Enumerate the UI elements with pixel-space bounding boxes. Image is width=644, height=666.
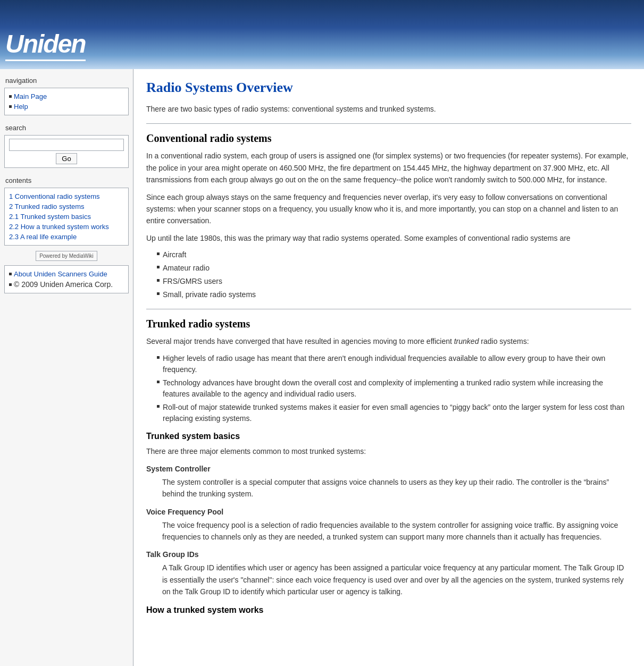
bullet-icon [157,356,160,359]
contents-item-23[interactable]: 2.3 A real life example [9,232,124,242]
trunked-heading: Trunked radio systems [146,318,631,330]
conventional-para1: In a conventional radio system, each gro… [146,150,631,186]
contents-link-22[interactable]: 2.2 How a trunked system works [9,223,109,231]
nav-link-main[interactable]: Main Page [14,92,47,100]
footer-list: About Uniden Scanners Guide © 2009 Unide… [9,269,124,290]
copyright-text: © 2009 Uniden America Corp. [14,280,113,289]
list-item: Technology advances have brought down th… [157,377,631,400]
term-voice-pool: Voice Frequency Pool [146,508,631,516]
bullet-icon [9,273,12,275]
go-button[interactable]: Go [56,153,77,164]
trunked-em: trunked [454,337,479,345]
bullet-icon [157,381,160,383]
nav-link-help[interactable]: Help [14,103,28,111]
footer-item-copyright: © 2009 Uniden America Corp. [9,279,124,290]
footer-item-about[interactable]: About Uniden Scanners Guide [9,269,124,279]
nav-item-main[interactable]: Main Page [9,91,124,102]
contents-box: 1 Conventional radio systems 2 Trunked r… [4,188,129,246]
trunked-intro: Several major trends have converged that… [146,335,631,347]
contents-link-23[interactable]: 2.3 A real life example [9,233,77,241]
logo-underline [5,60,86,61]
list-item: Roll-out of major statewide trunked syst… [157,402,631,424]
list-item: Amateur radio [157,263,631,274]
bullet-icon [9,95,12,98]
search-input[interactable] [9,139,124,151]
list-item: Higher levels of radio usage has meant t… [157,353,631,375]
footer-link-about[interactable]: About Uniden Scanners Guide [14,270,107,278]
term-system-controller: System Controller [146,465,631,473]
list-item-text: Technology advances have brought down th… [163,377,631,400]
bullet-icon [157,279,160,282]
trunked-list: Higher levels of radio usage has meant t… [157,353,631,424]
powered-by: Powered by MediaWiki [0,251,133,261]
main-layout: navigation Main Page Help search Go cont… [0,69,644,666]
logo: Uniden [5,29,86,61]
contents-item-2[interactable]: 2 Trunked radio systems [9,201,124,212]
powered-by-badge: Powered by MediaWiki [36,251,97,261]
contents-section-title: contents [0,173,133,187]
nav-box: Main Page Help [4,88,129,115]
contents-link-1[interactable]: 1 Conventional radio systems [9,192,100,200]
contents-item-22[interactable]: 2.2 How a trunked system works [9,222,124,232]
list-item-text: Amateur radio [163,263,210,274]
list-item: FRS/GMRS users [157,276,631,287]
conventional-heading: Conventional radio systems [146,132,631,145]
how-heading: How a trunked system works [146,605,631,615]
list-item: Small, private radio systems [157,289,631,300]
voice-pool-desc: The voice frequency pool is a selection … [162,519,631,543]
content-area: Radio Systems Overview There are two bas… [133,69,644,666]
list-item-text: Roll-out of major statewide trunked syst… [163,402,631,424]
bullet-icon [9,283,12,286]
basics-intro: There are three major elements common to… [146,445,631,457]
page-header: Uniden [0,0,644,69]
talk-group-desc: A Talk Group ID identifies which user or… [162,562,631,597]
nav-section-title: navigation [0,73,133,87]
bullet-icon [157,266,160,268]
conventional-para2: Since each group always stays on the sam… [146,191,631,227]
divider-1 [146,123,631,124]
intro-text: There are two basic types of radio syste… [146,103,631,115]
list-item-text: Aircraft [163,249,186,260]
conventional-para3: Up until the late 1980s, this was the pr… [146,232,631,244]
bullet-icon [9,105,12,108]
term-talk-group: Talk Group IDs [146,550,631,559]
contents-item-21[interactable]: 2.1 Trunked system basics [9,212,124,222]
list-item-text: FRS/GMRS users [163,276,222,287]
bullet-icon [157,405,160,408]
contents-item-1[interactable]: 1 Conventional radio systems [9,191,124,201]
logo-text: Uniden [5,29,86,58]
search-box: Go [4,135,129,168]
bullet-icon [157,252,160,255]
divider-2 [146,309,631,309]
contents-list: 1 Conventional radio systems 2 Trunked r… [9,191,124,242]
search-section-title: search [0,121,133,134]
nav-list: Main Page Help [9,91,124,112]
footer-box: About Uniden Scanners Guide © 2009 Unide… [4,265,129,293]
contents-link-2[interactable]: 2 Trunked radio systems [9,203,85,210]
system-controller-desc: The system controller is a special compu… [162,476,631,500]
page-title: Radio Systems Overview [146,80,631,96]
basics-heading: Trunked system basics [146,432,631,441]
contents-link-21[interactable]: 2.1 Trunked system basics [9,213,91,221]
list-item-text: Higher levels of radio usage has meant t… [163,353,631,375]
nav-item-help[interactable]: Help [9,102,124,112]
list-item-text: Small, private radio systems [163,289,256,300]
bullet-icon [157,292,160,295]
sidebar: navigation Main Page Help search Go cont… [0,69,133,666]
conventional-list: Aircraft Amateur radio FRS/GMRS users Sm… [157,249,631,300]
list-item: Aircraft [157,249,631,260]
